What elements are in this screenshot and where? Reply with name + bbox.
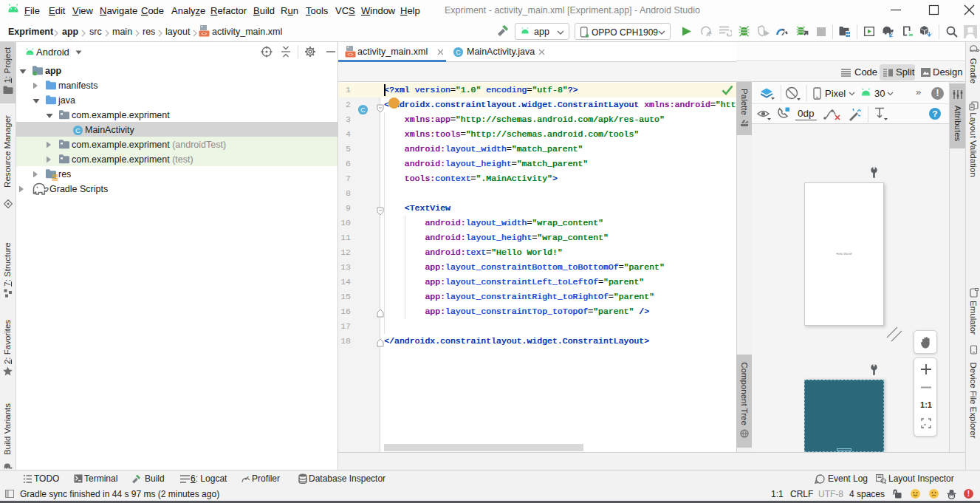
svg-text:<>: <> <box>202 32 208 37</box>
svg-text:C: C <box>360 106 366 114</box>
svg-text:C: C <box>456 49 461 56</box>
svg-text:<>: <> <box>348 52 354 58</box>
svg-text:C: C <box>75 127 80 134</box>
svg-text:A: A <box>706 31 710 38</box>
